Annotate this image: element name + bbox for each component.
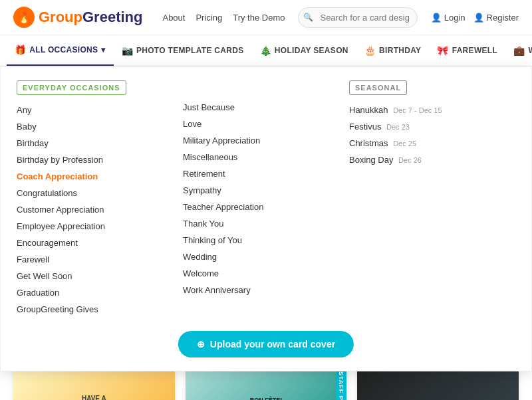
nav-farewell[interactable]: 🎀 FAREWELL [429,36,505,65]
tree-icon: 🎄 [260,45,271,56]
cake-icon: 🎂 [364,45,376,56]
logo-icon: 🔥 [13,7,35,28]
gift-icon: 🎁 [15,45,26,55]
nav-work-anniversary[interactable]: 💼 WORK ANNIVERSARY [505,36,532,65]
season-date: Dec 26 [398,156,422,164]
staff-pick-badge: STAFF PICK [336,369,346,400]
dropdown-menu: EVERYDAY OCCASIONS Any Baby Birthday Bir… [0,66,532,371]
briefcase-icon: 💼 [513,45,525,56]
dropdown-item[interactable]: Thank You [183,215,349,232]
nav-photo-template[interactable]: 📷 PHOTO TEMPLATE CARDS [114,36,252,65]
dropdown-item[interactable]: Encouragement [17,235,183,251]
dropdown-item[interactable]: Thinking of You [183,232,349,249]
upload-button[interactable]: ⊕ Upload your own card cover [178,331,354,357]
nav-demo[interactable]: Try the Demo [233,13,285,23]
dropdown-item[interactable]: Love [183,116,349,132]
upload-icon: ⊕ [197,339,205,350]
dropdown-item-boxing-day[interactable]: Boxing Day Dec 26 [349,151,515,168]
dropdown-item[interactable]: Work Anniversary [183,282,349,298]
dropdown-col-everyday: EVERYDAY OCCASIONS Any Baby Birthday Bir… [17,80,183,318]
dropdown-item[interactable]: Miscellaneous [183,149,349,165]
header-nav: About Pricing Try the Demo [162,13,285,23]
upload-btn-wrap: ⊕ Upload your own card cover [178,331,354,357]
dropdown-item[interactable]: Baby [17,118,183,135]
dropdown-item[interactable]: Farewell [17,251,183,268]
search-input[interactable] [298,7,417,28]
header: 🔥 GroupGreeting About Pricing Try the De… [0,0,532,35]
dropdown-item-christmas[interactable]: Christmas Dec 25 [349,135,515,151]
season-date: Dec 7 - Dec 15 [393,106,442,114]
dropdown-item[interactable]: Retirement [183,165,349,182]
season-date: Dec 23 [386,123,410,131]
dropdown-item-hanukkah[interactable]: Hanukkah Dec 7 - Dec 15 [349,102,515,118]
dropdown-item[interactable]: Graduation [17,284,183,301]
dropdown-item[interactable]: Sympathy [183,182,349,199]
dropdown-item[interactable]: Get Well Soon [17,268,183,284]
logo-text: GroupGreeting [39,9,142,26]
dropdown-item[interactable]: Teacher Appreciation [183,199,349,215]
nav-all-occasions[interactable]: 🎁 ALL OCCASIONS ▾ [7,35,114,66]
nav-birthday[interactable]: 🎂 BIRTHDAY [356,36,430,65]
dropdown-item[interactable]: GroupGreeting Gives [17,301,183,318]
dropdown-item[interactable]: Wedding [183,249,349,265]
dropdown-item[interactable]: Military Appreciation [183,132,349,149]
dropdown-item[interactable]: Birthday [17,135,183,151]
seasonal-header: SEASONAL [349,80,407,95]
logo[interactable]: 🔥 GroupGreeting [13,7,142,28]
dropdown-item[interactable]: Employee Appreciation [17,218,183,235]
register-link[interactable]: 👤 Register [473,13,519,23]
season-date: Dec 25 [393,140,416,148]
everyday-header: EVERYDAY OCCASIONS [17,80,126,95]
dropdown-item[interactable]: Birthday by Profession [17,151,183,168]
dropdown-item[interactable]: Customer Appreciation [17,201,183,218]
dropdown-item[interactable]: Any [17,102,183,118]
nav-pricing[interactable]: Pricing [196,13,222,23]
dropdown-item[interactable]: Welcome [183,265,349,282]
nav-holiday[interactable]: 🎄 HOLIDAY SEASON [252,36,356,65]
camera-icon: 📷 [122,45,133,56]
dropdown-item[interactable]: Just Because [183,99,349,116]
dropdown-col-seasonal: SEASONAL Hanukkah Dec 7 - Dec 15 Festivu… [349,80,515,318]
search-wrap [298,7,417,28]
login-link[interactable]: 👤 Login [431,13,466,23]
nav-bar: 🎁 ALL OCCASIONS ▾ 📷 PHOTO TEMPLATE CARDS… [0,35,532,66]
dropdown-item[interactable]: Congratulations [17,185,183,201]
dropdown-col-more: Just Because Love Military Appreciation … [183,80,349,318]
dropdown-item-coach[interactable]: Coach Appreciation [17,168,183,185]
bow-icon: 🎀 [437,45,448,56]
page-wrap: 🔔 Spread some holiday cheer! Check out o… [0,66,532,400]
nav-about[interactable]: About [162,13,185,23]
dropdown-grid: EVERYDAY OCCASIONS Any Baby Birthday Bir… [17,80,515,318]
auth-links: 👤 Login 👤 Register [431,13,519,23]
dropdown-item-festivus[interactable]: Festivus Dec 23 [349,118,515,135]
